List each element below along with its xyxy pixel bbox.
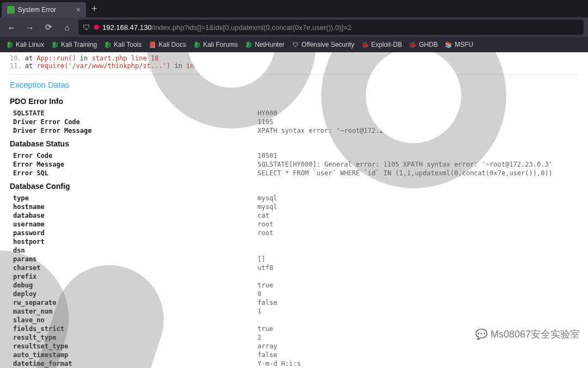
row-value: root [258,220,273,229]
divider [10,74,578,75]
reload-button[interactable]: ⟳ [41,20,56,34]
bug-icon: 🐞 [362,41,369,48]
section-title-db-config: Database Config [10,182,578,191]
stack-trace: 10.at App::run() in start.php line 1811.… [10,52,578,70]
row-key: dsn [10,246,258,255]
row-value: XPATH syntax error: '~root@172.23.0.3' [258,126,407,135]
bookmark-label: NetHunter [255,41,285,48]
table-row: SQLSTATEHY000 [10,109,578,118]
table-row: rw_separatefalse [10,298,578,307]
table-row: passwordroot [10,229,578,237]
row-value: HY000 [258,109,277,118]
tab-strip: System Error × + [0,0,588,17]
table-row: result_type2 [10,333,578,342]
bookmark-item[interactable]: 🐉Kali Training [52,41,97,48]
row-value: 10501 [258,151,277,160]
table-row: dsn [10,246,578,255]
bookmark-label: Kali Docs [158,41,186,48]
row-value: 0 [258,290,261,298]
browser-window: System Error × + ← → ⟳ ⌂ 🛡 ⬣ 192.168.47.… [0,0,588,368]
row-key: hostport [10,237,258,246]
shield-icon: 🛡 [292,41,299,48]
db-status-table: Error Code10501Error MessageSQLSTATE[HY0… [10,151,578,177]
row-key: prefix [10,272,258,281]
table-row: prefix [10,272,578,281]
row-key: deploy [10,290,258,298]
row-key: rw_separate [10,298,258,307]
home-button[interactable]: ⌂ [60,20,74,34]
nav-toolbar: ← → ⟳ ⌂ 🛡 ⬣ 192.168.47.130/index.php?ids… [0,17,588,37]
table-row: Error MessageSQLSTATE[HY000]: General er… [10,160,578,169]
bookmark-label: MSFU [455,41,473,48]
table-row: hostnamemysql [10,203,578,211]
new-tab-button[interactable]: + [86,0,103,17]
db-config-table: typemysqlhostnamemysqldatabasecatusernam… [10,194,578,368]
table-row: Error Code10501 [10,151,578,160]
table-row: params[] [10,255,578,263]
bookmark-item[interactable]: 🐉Kali Linux [7,41,44,48]
url-text: 192.168.47.130/index.php?ids[]=1&ids[0,u… [102,23,351,32]
row-value: mysql [258,194,277,203]
table-row: Driver Error Code1105 [10,118,578,126]
table-row: fields_stricttrue [10,324,578,333]
dragon-icon: 🐉 [7,41,13,48]
row-key: result_type [10,333,258,342]
dragon-icon: 🐉 [52,41,58,48]
favicon-icon [7,6,15,14]
bookmark-item[interactable]: 📕Kali Docs [149,41,186,48]
bookmark-item[interactable]: 🐞GHDB [409,41,438,48]
close-icon[interactable]: × [76,6,81,14]
trace-line: 10.at App::run() in start.php line 18 [10,54,578,62]
row-key: Driver Error Code [10,118,258,126]
row-value: 1 [258,307,261,316]
row-key: password [10,229,258,237]
row-value: array [258,342,277,351]
dragon-icon: 🐉 [246,41,252,48]
url-path: /index.php?ids[]=1&ids[0,updatexml(0,con… [151,23,351,32]
bookmark-label: Offensive Security [302,41,354,48]
row-value: utf8 [258,263,273,272]
bookmark-label: Kali Forums [203,41,238,48]
books-icon: 📚 [445,41,452,48]
address-bar[interactable]: 🛡 ⬣ 192.168.47.130/index.php?ids[]=1&ids… [78,20,584,35]
row-key: username [10,220,258,229]
bookmark-label: Kali Tools [114,41,142,48]
row-key: hostname [10,203,258,211]
bookmark-item[interactable]: 🐉Kali Forums [194,41,238,48]
table-row: databasecat [10,211,578,220]
bookmark-item[interactable]: 📚MSFU [445,41,473,48]
back-button[interactable]: ← [4,20,19,34]
bookmark-item[interactable]: 🐉Kali Tools [105,41,142,48]
row-value: mysql [258,203,277,211]
forward-button[interactable]: → [23,20,37,34]
tab-active[interactable]: System Error × [2,2,86,17]
row-key: debug [10,281,258,290]
row-value: 1105 [258,118,273,126]
tab-title: System Error [18,6,56,14]
bookmark-item[interactable]: 🛡Offensive Security [292,41,354,48]
row-key: Error Code [10,151,258,160]
bookmark-item[interactable]: 🐉NetHunter [246,41,285,48]
row-value: true [258,281,273,290]
bookmarks-bar: 🐉Kali Linux🐉Kali Training🐉Kali Tools📕Kal… [0,37,588,52]
row-key: slave_no [10,316,258,324]
row-value: root [258,229,273,237]
row-value: false [258,351,277,359]
row-value: Y-m-d H:i:s [258,359,301,368]
table-row: Error SQLSELECT * FROM `user` WHERE `id`… [10,169,578,177]
exception-datas-heading[interactable]: Exception Datas [10,80,578,89]
row-key: resultset_type [10,342,258,351]
table-row: slave_no [10,316,578,324]
burp-icon: ⬣ [94,23,99,31]
url-host: 192.168.47.130 [102,23,151,32]
row-key: Error SQL [10,169,258,177]
row-value: SELECT * FROM `user` WHERE `id` IN (1,1,… [258,169,553,177]
section-title-db-status: Database Status [10,139,578,148]
doc-icon: 📕 [149,41,156,48]
row-key: type [10,194,258,203]
dragon-icon: 🐉 [194,41,200,48]
bookmark-label: Exploit-DB [371,41,402,48]
table-row: auto_timestampfalse [10,351,578,359]
table-row: hostport [10,237,578,246]
bookmark-item[interactable]: 🐞Exploit-DB [362,41,402,48]
